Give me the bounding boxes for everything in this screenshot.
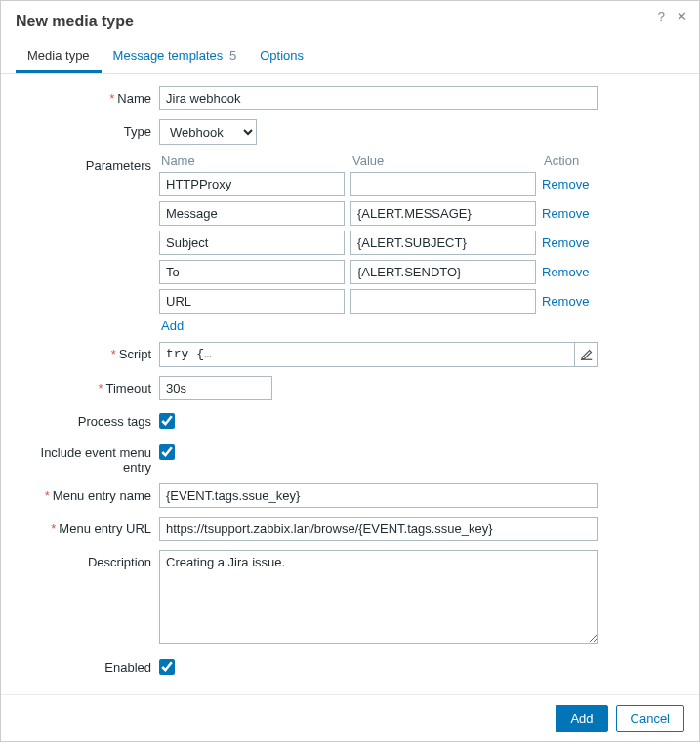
tab-message-templates[interactable]: Message templates 5: [102, 40, 249, 73]
enabled-checkbox[interactable]: [159, 659, 175, 675]
label-menu-entry-url: *Menu entry URL: [13, 517, 159, 536]
parameter-remove-link[interactable]: Remove: [542, 206, 589, 221]
menu-entry-name-input[interactable]: [159, 483, 598, 508]
script-field[interactable]: try {…: [159, 342, 598, 367]
parameter-value-input[interactable]: [350, 289, 536, 314]
label-parameters: Parameters: [13, 153, 159, 173]
close-icon[interactable]: ✕: [673, 7, 691, 25]
label-script: *Script: [13, 342, 159, 361]
name-input[interactable]: [159, 86, 598, 110]
label-menu-entry-name: *Menu entry name: [13, 483, 159, 503]
tab-message-templates-count: 5: [229, 48, 236, 63]
label-description: Description: [13, 550, 159, 569]
dialog-header: New media type ? ✕: [1, 1, 699, 40]
parameters-table: Name Value Action RemoveRemoveRemoveRemo…: [159, 153, 618, 333]
menu-entry-url-input[interactable]: [159, 517, 598, 541]
add-button[interactable]: Add: [556, 705, 607, 732]
parameter-remove-link[interactable]: Remove: [542, 265, 589, 279]
label-type: Type: [13, 119, 159, 139]
label-process-tags: Process tags: [13, 409, 159, 429]
label-name: *Name: [13, 86, 159, 105]
process-tags-checkbox[interactable]: [159, 413, 175, 429]
type-select[interactable]: Webhook: [159, 119, 257, 145]
parameter-row: Remove: [159, 201, 618, 226]
parameter-row: Remove: [159, 260, 618, 284]
new-media-type-dialog: New media type ? ✕ Media type Message te…: [0, 0, 700, 742]
parameter-row: Remove: [159, 289, 618, 314]
parameter-value-input[interactable]: [350, 260, 536, 284]
parameter-name-input[interactable]: [159, 172, 345, 196]
tabs: Media type Message templates 5 Options: [1, 40, 699, 74]
parameters-header: Name Value Action: [159, 153, 618, 168]
script-preview: try {…: [160, 343, 574, 366]
parameter-value-input[interactable]: [350, 172, 536, 196]
tab-message-templates-label: Message templates: [113, 48, 224, 63]
parameter-name-input[interactable]: [159, 289, 345, 314]
parameter-name-input[interactable]: [159, 231, 345, 255]
parameter-name-input[interactable]: [159, 201, 345, 226]
parameter-remove-link[interactable]: Remove: [542, 294, 589, 309]
parameter-row: Remove: [159, 172, 618, 196]
tab-options[interactable]: Options: [248, 40, 315, 73]
pencil-icon[interactable]: [574, 343, 597, 366]
tab-options-label: Options: [260, 48, 304, 63]
tab-media-type-label: Media type: [27, 48, 90, 63]
tab-media-type[interactable]: Media type: [16, 40, 102, 73]
form-area: *Name Type Webhook Parameters Name Value: [1, 74, 699, 694]
help-icon[interactable]: ?: [654, 7, 669, 25]
parameter-remove-link[interactable]: Remove: [542, 177, 589, 191]
parameters-add-link[interactable]: Add: [161, 318, 184, 333]
cancel-button[interactable]: Cancel: [616, 705, 684, 732]
description-textarea[interactable]: [159, 550, 598, 644]
dialog-title: New media type: [16, 13, 134, 29]
include-event-menu-entry-checkbox[interactable]: [159, 444, 175, 460]
parameter-name-input[interactable]: [159, 260, 345, 284]
label-timeout: *Timeout: [13, 376, 159, 396]
dialog-footer: Add Cancel: [1, 694, 699, 741]
parameter-row: Remove: [159, 231, 618, 255]
parameter-value-input[interactable]: [350, 201, 536, 226]
label-include-event-menu-entry: Include event menu entry: [13, 440, 159, 475]
timeout-input[interactable]: [159, 376, 272, 400]
dialog-window-controls: ? ✕: [654, 7, 691, 25]
label-enabled: Enabled: [13, 655, 159, 675]
parameter-remove-link[interactable]: Remove: [542, 235, 589, 250]
parameter-value-input[interactable]: [350, 231, 536, 255]
